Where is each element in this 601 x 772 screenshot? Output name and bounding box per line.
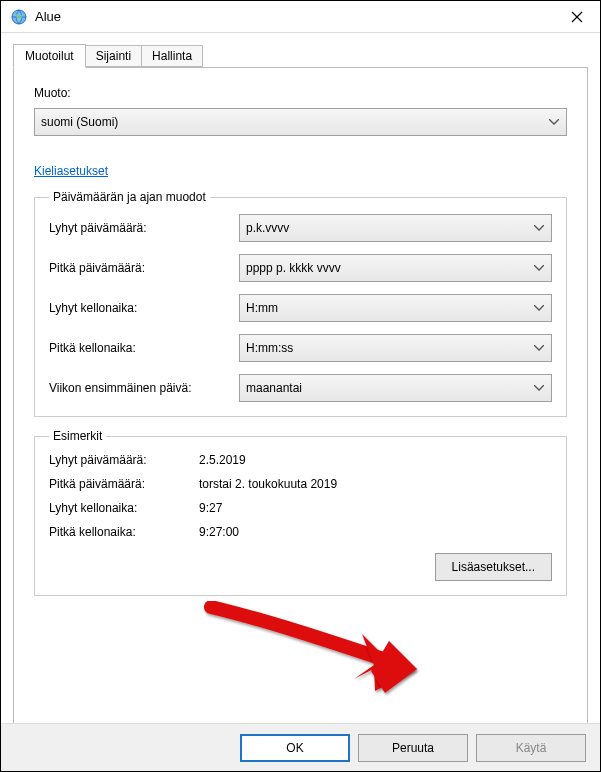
- format-select[interactable]: suomi (Suomi): [34, 108, 567, 136]
- format-label: Muoto:: [34, 86, 567, 100]
- long-time-label: Pitkä kellonaika:: [49, 341, 239, 355]
- examples-legend: Esimerkit: [49, 429, 106, 443]
- dialog-footer: OK Peruuta Käytä: [1, 723, 600, 771]
- ex-short-date-value: 2.5.2019: [199, 453, 552, 467]
- tab-hallinta[interactable]: Hallinta: [141, 45, 203, 67]
- long-date-select[interactable]: pppp p. kkkk vvvv: [239, 254, 552, 282]
- ex-short-time-value: 9:27: [199, 501, 552, 515]
- examples-group: Esimerkit Lyhyt päivämäärä: 2.5.2019 Pit…: [34, 429, 567, 596]
- apply-button[interactable]: Käytä: [476, 734, 586, 762]
- window-title: Alue: [35, 9, 554, 24]
- short-time-select[interactable]: H:mm: [239, 294, 552, 322]
- cancel-button[interactable]: Peruuta: [358, 734, 468, 762]
- short-date-label: Lyhyt päivämäärä:: [49, 221, 239, 235]
- additional-settings-button[interactable]: Lisäasetukset...: [435, 553, 552, 581]
- globe-icon: [11, 9, 27, 25]
- language-settings-link[interactable]: Kieliasetukset: [34, 164, 108, 178]
- ex-short-date-label: Lyhyt päivämäärä:: [49, 453, 199, 467]
- tab-muotoilut[interactable]: Muotoilut: [13, 44, 86, 68]
- ex-short-time-label: Lyhyt kellonaika:: [49, 501, 199, 515]
- ex-long-date-value: torstai 2. toukokuuta 2019: [199, 477, 552, 491]
- long-date-label: Pitkä päivämäärä:: [49, 261, 239, 275]
- ex-long-time-value: 9:27:00: [199, 525, 552, 539]
- tab-sijainti[interactable]: Sijainti: [85, 45, 142, 67]
- formats-legend: Päivämäärän ja ajan muodot: [49, 190, 210, 204]
- tab-body: Muoto: suomi (Suomi) Kieliasetukset Päiv…: [13, 67, 588, 731]
- first-day-select[interactable]: maanantai: [239, 374, 552, 402]
- short-date-select[interactable]: p.k.vvvv: [239, 214, 552, 242]
- tab-label: Muotoilut: [25, 49, 74, 63]
- close-button[interactable]: [554, 1, 600, 33]
- tab-strip: Muotoilut Sijainti Hallinta: [1, 33, 600, 67]
- ex-long-date-label: Pitkä päivämäärä:: [49, 477, 199, 491]
- close-icon: [571, 11, 583, 23]
- ok-button[interactable]: OK: [240, 734, 350, 762]
- tab-label: Sijainti: [96, 49, 131, 63]
- long-time-select[interactable]: H:mm:ss: [239, 334, 552, 362]
- title-bar: Alue: [1, 1, 600, 33]
- ex-long-time-label: Pitkä kellonaika:: [49, 525, 199, 539]
- first-day-label: Viikon ensimmäinen päivä:: [49, 381, 239, 395]
- tab-label: Hallinta: [152, 49, 192, 63]
- short-time-label: Lyhyt kellonaika:: [49, 301, 239, 315]
- date-time-formats-group: Päivämäärän ja ajan muodot Lyhyt päivämä…: [34, 190, 567, 417]
